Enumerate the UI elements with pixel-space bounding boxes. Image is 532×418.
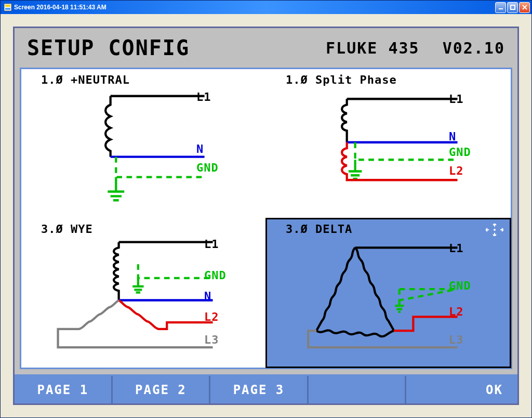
wiring-diagram: L1 N GND [28,87,260,215]
line-label-gnd: GND [204,269,227,282]
line-label-n: N [449,130,456,143]
line-label-n: N [204,290,211,303]
client-area: SETUP CONFIG FLUKE 435 V02.10 1.Ø +NEUTR… [1,14,531,417]
line-label-gnd: GND [449,146,471,159]
line-label-l1: L1 [196,90,211,103]
svg-rect-1 [5,5,10,7]
page-title: SETUP CONFIG [27,36,326,60]
config-title: 1.Ø +NEUTRAL [41,73,260,86]
line-label-l2: L2 [449,164,464,177]
svg-rect-4 [511,5,515,9]
svg-rect-2 [5,8,10,10]
line-label-l2: L2 [449,305,464,318]
config-1phi-neutral[interactable]: 1.Ø +NEUTRAL L1 N GND [21,69,266,218]
maximize-button[interactable] [507,2,518,13]
softkey-page3[interactable]: PAGE 3 [210,376,309,403]
line-label-l3: L3 [449,333,464,346]
svg-point-5 [494,229,496,231]
config-title: 3.Ø DELTA [286,223,504,236]
line-label-l1: L1 [449,242,464,255]
config-grid: 1.Ø +NEUTRAL L1 N GND [20,68,512,369]
softkey-page1[interactable]: PAGE 1 [15,376,113,403]
line-label-l1: L1 [449,93,464,106]
window-controls [495,2,530,13]
config-3phi-wye[interactable]: 3.Ø WYE L1 GND N [21,218,266,368]
device-model: FLUKE 435 [326,39,420,57]
wiring-diagram: L1 GND N L2 L3 [28,237,260,364]
screen-header: SETUP CONFIG FLUKE 435 V02.10 [15,28,517,68]
config-3phi-delta[interactable]: 3.Ø DELTA [266,218,511,368]
softkey-blank [309,376,407,403]
line-label-l2: L2 [204,310,219,323]
minimize-button[interactable] [495,2,506,13]
softkey-bar: PAGE 1 PAGE 2 PAGE 3 OK [15,374,517,403]
app-icon [4,3,12,11]
config-1phi-split[interactable]: 1.Ø Split Phase L1 N GND [266,69,511,218]
titlebar: Screen 2016-04-18 11:51:43 AM [1,1,531,14]
svg-rect-3 [499,8,503,9]
config-title: 1.Ø Split Phase [286,73,504,86]
nav-arrows-icon [486,224,503,237]
line-label-l1: L1 [204,238,219,251]
wiring-diagram: L1 N GND L2 [272,87,504,215]
config-title: 3.Ø WYE [41,223,260,236]
line-label-l3: L3 [204,333,219,346]
line-label-gnd: GND [196,161,219,174]
wiring-diagram: L1 GND L2 L3 [272,237,504,364]
window-title: Screen 2016-04-18 11:51:43 AM [14,4,495,11]
softkey-page2[interactable]: PAGE 2 [113,376,211,403]
softkey-ok[interactable]: OK [406,376,517,403]
firmware-version: V02.10 [443,39,505,57]
line-label-n: N [196,142,204,155]
line-label-gnd: GND [449,279,471,292]
device-screen: SETUP CONFIG FLUKE 435 V02.10 1.Ø +NEUTR… [13,27,519,405]
app-window: Screen 2016-04-18 11:51:43 AM SETUP CONF… [0,0,532,418]
close-button[interactable] [519,2,530,13]
